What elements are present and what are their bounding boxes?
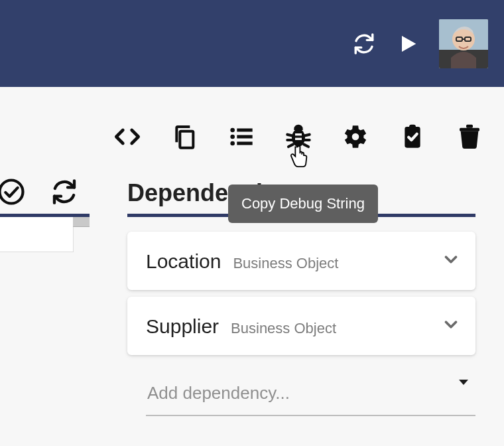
play-icon[interactable]: [397, 33, 418, 54]
tab-validate-icon[interactable]: [0, 178, 25, 206]
dependency-type: Business Object: [233, 255, 338, 272]
dependency-card[interactable]: Supplier Business Object: [127, 297, 475, 355]
left-panel: [0, 217, 74, 252]
tooltip: Copy Debug String: [228, 185, 378, 223]
chevron-down-icon[interactable]: [441, 315, 461, 337]
svg-rect-11: [237, 135, 252, 139]
code-icon[interactable]: [114, 123, 141, 150]
svg-point-22: [352, 133, 359, 141]
gear-icon[interactable]: [342, 123, 369, 150]
svg-rect-21: [295, 138, 302, 140]
svg-line-14: [287, 135, 292, 136]
svg-point-25: [0, 181, 23, 204]
caret-down-icon[interactable]: [456, 374, 472, 393]
add-dependency-field[interactable]: [146, 374, 475, 416]
svg-rect-24: [466, 125, 473, 128]
svg-line-18: [288, 145, 293, 147]
dependency-name: Supplier: [146, 315, 219, 338]
add-dependency-input[interactable]: [146, 382, 475, 404]
svg-rect-6: [180, 131, 193, 148]
dependency-name: Location: [146, 250, 221, 273]
svg-line-19: [304, 145, 308, 147]
dependency-card[interactable]: Location Business Object: [127, 232, 475, 290]
list-icon[interactable]: [228, 123, 255, 150]
svg-rect-20: [295, 133, 302, 135]
chevron-down-icon[interactable]: [441, 250, 461, 272]
svg-point-7: [230, 128, 235, 133]
debug-icon[interactable]: [285, 123, 312, 150]
svg-line-15: [305, 135, 310, 136]
dependency-list: Location Business Object Supplier Busine…: [127, 232, 475, 355]
svg-rect-10: [237, 129, 252, 132]
svg-point-8: [230, 135, 235, 139]
svg-rect-23: [460, 128, 479, 131]
svg-rect-12: [237, 142, 252, 145]
editor-toolbar: [114, 123, 483, 150]
refresh-icon[interactable]: [353, 33, 375, 55]
app-header: [0, 0, 504, 87]
tab-refresh-icon[interactable]: [50, 178, 78, 206]
svg-point-9: [230, 141, 235, 146]
clipboard-check-icon[interactable]: [399, 123, 426, 150]
copy-icon[interactable]: [171, 123, 198, 150]
dependency-type: Business Object: [231, 320, 336, 337]
trash-icon[interactable]: [456, 123, 483, 150]
left-tab-strip: [0, 178, 78, 206]
left-panel-scrollbar[interactable]: [73, 217, 90, 227]
avatar[interactable]: [439, 19, 488, 68]
